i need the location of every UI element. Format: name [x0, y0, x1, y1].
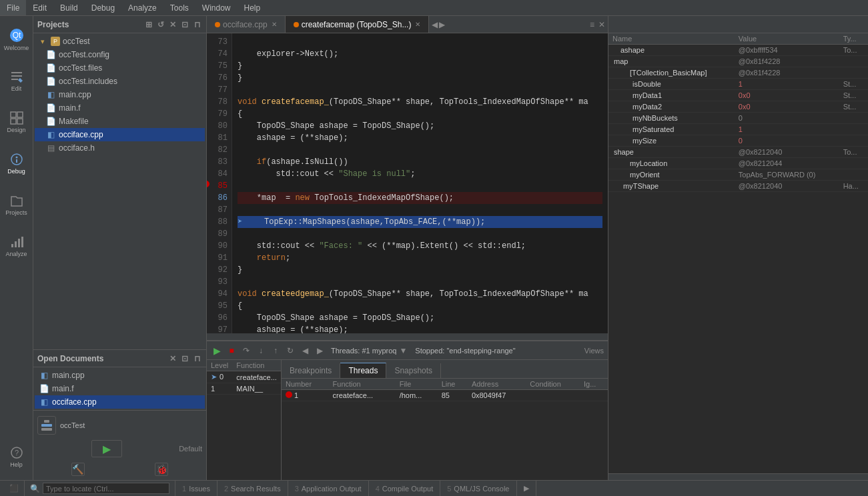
menu-window[interactable]: Window — [195, 0, 238, 15]
menu-analyze[interactable]: Analyze — [121, 0, 163, 15]
horizontal-scrollbar[interactable] — [207, 333, 608, 340]
debug-stop-btn[interactable]: ■ — [226, 345, 238, 357]
editor-content[interactable]: 73 74 75 76 77 78 79 80 81 82 83 84 — [207, 33, 608, 340]
tab-scroll-arrows: ◀ ▶ — [429, 20, 448, 29]
sidebar-item-help[interactable]: ? Help — [1, 437, 32, 477]
var-row-mytshape[interactable]: myTShape @0x8212040 Ha... — [608, 181, 868, 192]
menu-help[interactable]: Help — [238, 0, 268, 15]
stack-row-0[interactable]: ➤0 createface... occiface.cpp 86 — [207, 371, 281, 383]
sidebar-item-welcome[interactable]: Qt Welcome — [1, 19, 32, 59]
var-row-isdouble[interactable]: isDouble 1 St... — [608, 79, 868, 90]
svg-rect-13 — [15, 241, 17, 247]
open-docs-float-icon[interactable]: ⊡ — [179, 353, 190, 364]
tree-item-occiface-cpp[interactable]: ◧ occiface.cpp — [35, 128, 205, 141]
svg-rect-15 — [21, 237, 23, 247]
svg-rect-6 — [17, 112, 23, 117]
var-row-myorient[interactable]: myOrient TopAbs_FORWARD (0) — [608, 169, 868, 181]
tab-threads[interactable]: Threads — [340, 363, 386, 378]
sidebar-item-design[interactable]: Design — [1, 102, 32, 142]
debug-step-over-btn[interactable]: ↷ — [240, 345, 252, 357]
debug-run-btn[interactable]: ▶ — [211, 345, 223, 357]
open-docs-lock-icon[interactable]: ⊓ — [191, 353, 202, 364]
right-scrollbar[interactable] — [608, 473, 868, 480]
tab-breakpoints[interactable]: Breakpoints — [282, 363, 340, 378]
tab-arrow-right[interactable]: ▶ — [439, 20, 445, 29]
file-icon: 📄 — [45, 49, 56, 60]
tab-issues[interactable]: 1 Issues — [175, 481, 218, 497]
sidebar-item-analyze[interactable]: Analyze — [1, 226, 32, 266]
stack-row-1[interactable]: 1 MAIN__ main.f 12 — [207, 383, 281, 395]
var-type — [839, 158, 868, 169]
tree-item-config[interactable]: 📄 occTest.config — [35, 48, 205, 61]
tab-qml-console[interactable]: 5 QML/JS Console — [440, 481, 516, 497]
tree-item-includes[interactable]: 📄 occTest.includes — [35, 75, 205, 88]
menu-build[interactable]: Build — [53, 0, 85, 15]
sidebar-item-edit[interactable]: Edit — [1, 61, 32, 101]
col-level: Level — [207, 360, 232, 371]
doc-item-occiface-cpp[interactable]: ◧ occiface.cpp — [35, 395, 205, 409]
kit-name: occTest — [60, 421, 85, 429]
menu-edit[interactable]: Edit — [26, 0, 53, 15]
menu-debug[interactable]: Debug — [85, 0, 121, 15]
tab-close-icon[interactable]: ✕ — [415, 21, 420, 28]
debug-views-btn[interactable]: Views — [584, 347, 604, 355]
tree-item-main-f[interactable]: 📄 main.f — [35, 101, 205, 115]
search-input[interactable] — [43, 483, 169, 494]
run-button[interactable]: ▶ — [91, 440, 122, 457]
var-row-mysaturated[interactable]: mySaturated 1 — [608, 124, 868, 135]
tab-application-output[interactable]: 3 Application Output — [288, 481, 369, 497]
more-icon: ▶ — [524, 484, 529, 493]
close-editor-icon[interactable]: ✕ — [598, 20, 605, 29]
projects-lock-icon[interactable]: ⊓ — [191, 19, 202, 30]
tab-close-icon[interactable]: ✕ — [272, 21, 277, 28]
debug-continue-btn[interactable]: ↻ — [284, 345, 296, 357]
projects-sync-icon[interactable]: ↺ — [155, 19, 166, 30]
menu-tools[interactable]: Tools — [163, 0, 195, 15]
projects-close-icon[interactable]: ✕ — [167, 19, 178, 30]
tree-item-occiface-h[interactable]: ▤ occiface.h — [35, 141, 205, 155]
doc-item-main-cpp[interactable]: ◧ main.cpp — [35, 369, 205, 382]
projects-float-icon[interactable]: ⊡ — [179, 19, 190, 30]
tree-item-main-cpp[interactable]: ◧ main.cpp — [35, 88, 205, 101]
debug-next-btn[interactable]: ▶ — [314, 345, 326, 357]
var-row-ashape[interactable]: ashape @0xbffff534 To... — [608, 45, 868, 56]
debug-step-into-btn[interactable]: ↓ — [255, 345, 267, 357]
var-row-mysize[interactable]: mySize 0 — [608, 135, 868, 147]
editor-tab-createfacemap[interactable]: createfacemap (TopoDS_Sh...) ✕ — [286, 16, 430, 33]
kit-debug-run-btn[interactable]: 🐞 — [155, 463, 168, 476]
thread-selector[interactable]: Threads: #1 myproq ▼ — [331, 346, 407, 355]
cpp-icon: ◧ — [45, 89, 56, 100]
var-row-tcollection[interactable]: [TCollection_BasicMap] @0x81f4228 — [608, 67, 868, 79]
tab-compile-output[interactable]: 4 Compile Output — [369, 481, 441, 497]
debug-prev-btn[interactable]: ◀ — [299, 345, 311, 357]
tab-more-icon[interactable]: ▶ — [517, 481, 536, 497]
tab-search-results[interactable]: 2 Search Results — [218, 481, 288, 497]
stack-trace: Level Function File Line ➤0 — [207, 360, 281, 480]
bp-row-1[interactable]: 1 createface... /hom... 85 0x8049f47 — [282, 390, 608, 401]
tree-item-occtest[interactable]: ▾ P occTest — [35, 35, 205, 48]
sidebar-item-debug[interactable]: Debug — [1, 143, 32, 183]
sidebar-item-projects[interactable]: Projects — [1, 185, 32, 225]
cell-level: 1 — [207, 383, 232, 395]
debug-step-out-btn[interactable]: ↑ — [270, 345, 282, 357]
code-content[interactable]: explorer->Next(); } } void createfacemap… — [232, 33, 608, 340]
tab-snapshots[interactable]: Snapshots — [386, 363, 441, 378]
svg-rect-4 — [11, 79, 18, 80]
tab-label: Search Results — [231, 485, 281, 493]
projects-filter-icon[interactable]: ⊞ — [143, 19, 154, 30]
menu-file[interactable]: File — [0, 0, 26, 15]
var-row-mynbbuckets[interactable]: myNbBuckets 0 — [608, 113, 868, 124]
var-row-mydata1[interactable]: myData1 0x0 St... — [608, 90, 868, 101]
doc-item-main-f[interactable]: 📄 main.f — [35, 382, 205, 395]
tree-item-files[interactable]: 📄 occTest.files — [35, 61, 205, 75]
var-row-mylocation[interactable]: myLocation @0x8212044 — [608, 158, 868, 169]
var-row-shape[interactable]: shape @0x8212040 To... — [608, 147, 868, 158]
tab-menu-icon[interactable]: ≡ ✕ — [587, 20, 608, 29]
var-row-mydata2[interactable]: myData2 0x0 St... — [608, 101, 868, 113]
kit-build-btn[interactable]: 🔨 — [71, 463, 85, 476]
editor-tab-occiface[interactable]: occiface.cpp ✕ — [207, 16, 286, 33]
tree-item-makefile[interactable]: 📄 Makefile — [35, 115, 205, 128]
tab-arrow-left[interactable]: ◀ — [432, 20, 438, 29]
var-row-map[interactable]: map @0x81f4228 — [608, 56, 868, 67]
open-docs-close-icon[interactable]: ✕ — [167, 353, 178, 364]
